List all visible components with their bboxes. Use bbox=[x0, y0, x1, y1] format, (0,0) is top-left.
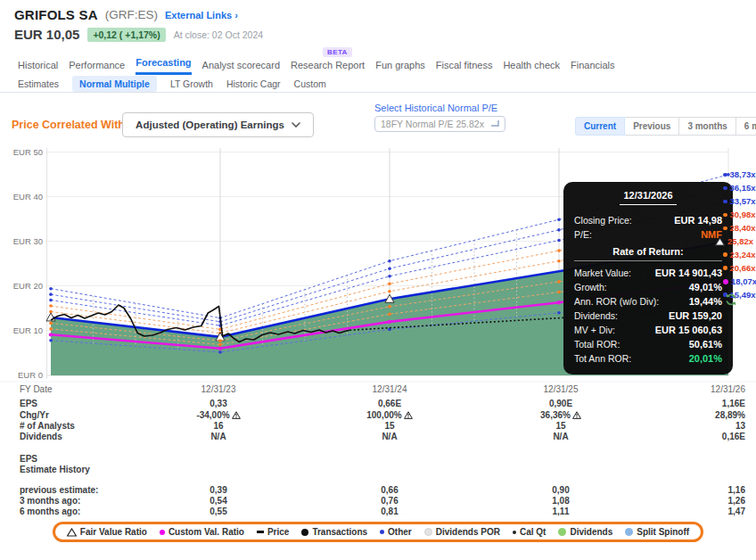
tooltip-row-value: EUR 14 901,43 bbox=[655, 268, 722, 278]
cell-3: 0,90E bbox=[494, 399, 628, 408]
pe-multiple-text: 36,15x bbox=[730, 183, 756, 193]
tooltip-row: Market Value:EUR 14 901,43 bbox=[563, 266, 733, 280]
period-button-6-months[interactable]: 6 months bbox=[736, 117, 756, 136]
tab-forecasting[interactable]: Forecasting bbox=[136, 57, 191, 75]
period-button-previous[interactable]: Previous bbox=[625, 117, 679, 136]
legend-label: Fair Value Ratio bbox=[80, 527, 147, 537]
cell-4: 1,16 bbox=[612, 485, 745, 495]
external-links-link[interactable]: External Links › bbox=[165, 10, 238, 21]
table-row-dividends: DividendsN/AN/AN/A0,16E bbox=[0, 432, 756, 443]
legend-item-price: Price bbox=[257, 527, 289, 537]
svg-text:EUR 30: EUR 30 bbox=[13, 236, 43, 246]
tooltip-row-value: 19,44% bbox=[689, 296, 722, 307]
transactions-dot-icon bbox=[301, 529, 308, 536]
cell-3: 36,36% bbox=[494, 410, 628, 420]
tab-analyst-scorecard[interactable]: Analyst scorecard bbox=[202, 60, 280, 75]
custom-ratio-dot bbox=[723, 279, 728, 284]
multiple-dot bbox=[723, 173, 727, 177]
tab-performance[interactable]: Performance bbox=[69, 60, 125, 75]
subtab-lt-growth[interactable]: LT Growth bbox=[170, 78, 213, 89]
multiple-dot bbox=[723, 186, 727, 191]
table-row-eps: EPS0,330,66E0,90E1,16E bbox=[0, 399, 756, 410]
cell-2: 0,66E bbox=[323, 399, 456, 408]
custom-val-ratio-dot-icon bbox=[160, 530, 165, 535]
tooltip-row-value: EUR 14,98 bbox=[674, 215, 722, 226]
tab-fun-graphs[interactable]: Fun graphs bbox=[375, 60, 425, 75]
normal-pe-input[interactable] bbox=[374, 116, 505, 132]
pe-multiple-label-33.57: 33,57x bbox=[723, 196, 756, 206]
period-button-3-months[interactable]: 3 months bbox=[679, 117, 735, 136]
tooltip-row-label: Tot Ann ROR: bbox=[574, 353, 631, 364]
multiple-dot bbox=[723, 200, 727, 204]
cell-1: N/A bbox=[152, 432, 285, 441]
legend-item-custom-val-ratio: Custom Val. Ratio bbox=[160, 527, 244, 537]
cell-1: 0,39 bbox=[152, 485, 285, 495]
legend-item-other: Other bbox=[380, 527, 412, 537]
row-label: Dividends bbox=[20, 432, 62, 441]
split-spinoff-dot-icon bbox=[625, 528, 633, 536]
tooltip-row: Total ROR:50,61% bbox=[563, 337, 733, 351]
beta-badge: BETA bbox=[323, 47, 352, 57]
forecast-endpoint-dot bbox=[727, 305, 733, 311]
pe-multiple-text: 23,24x bbox=[730, 250, 756, 259]
tooltip-row-value: EUR 159,20 bbox=[669, 310, 722, 321]
cell-4: 13 bbox=[612, 421, 745, 431]
svg-text:EUR 0: EUR 0 bbox=[18, 370, 43, 380]
tooltip-row: MV + Div:EUR 15 060,63 bbox=[563, 323, 733, 337]
tooltip-row-value: 20,01% bbox=[689, 353, 722, 364]
tab-historical[interactable]: Historical bbox=[18, 60, 58, 75]
tab-fiscal-fitness[interactable]: Fiscal fitness bbox=[436, 60, 493, 75]
tooltip-row: Dividends:EUR 159,20 bbox=[563, 309, 733, 323]
cell-3: 0,90 bbox=[494, 485, 628, 495]
cell-1: -34,00% bbox=[152, 410, 285, 420]
multiple-dot bbox=[723, 213, 727, 218]
pe-multiple-label-20.66: 20,66x bbox=[723, 263, 756, 273]
estimate-history-title-2: Estimate History bbox=[0, 465, 756, 476]
pe-multiple-text: 30,98x bbox=[730, 210, 756, 219]
svg-text:EUR 10: EUR 10 bbox=[13, 325, 43, 335]
cell-2: N/A bbox=[323, 432, 456, 441]
tab-health-check[interactable]: Health check bbox=[503, 60, 560, 75]
pe-multiple-label-36.15: 36,15x bbox=[723, 183, 756, 193]
legend-item-fair-value-ratio: Fair Value Ratio bbox=[67, 527, 147, 537]
tooltip-row-value: EUR 15 060,63 bbox=[655, 325, 722, 335]
row-label: Estimate History bbox=[20, 465, 90, 474]
cal-qt-dot-icon bbox=[513, 531, 516, 534]
earnings-type-dropdown[interactable]: Adjusted (Operating) Earnings bbox=[122, 112, 314, 137]
pe-multiple-label-18.07: 18,07x bbox=[723, 276, 756, 286]
tooltip-row: P/E:NMF bbox=[563, 227, 733, 242]
tooltip-row-label: Closing Price: bbox=[574, 215, 632, 226]
cell-2: 100,00% bbox=[323, 410, 456, 420]
subtab-estimates[interactable]: Estimates bbox=[18, 78, 59, 89]
company-name: GRIFOLS SA bbox=[14, 7, 98, 22]
select-normal-pe-label: Select Historical Normal P/E bbox=[374, 103, 497, 113]
tooltip-row: Closing Price:EUR 14,98 bbox=[563, 213, 733, 227]
cell-4: 28,89% bbox=[612, 410, 745, 420]
price-correlated-label: Price Correlated With bbox=[12, 119, 125, 131]
tooltip-row: Tot Ann ROR:20,01% bbox=[563, 351, 733, 366]
row-label: FY Date bbox=[20, 384, 53, 394]
subtab-normal-multiple[interactable]: Normal Multiple bbox=[72, 76, 157, 92]
tab-financials[interactable]: Financials bbox=[571, 60, 615, 75]
svg-text:EUR 50: EUR 50 bbox=[13, 147, 43, 157]
tooltip-row-label: Market Value: bbox=[574, 268, 631, 278]
tooltip-row: Growth:49,01% bbox=[563, 280, 733, 294]
period-button-current[interactable]: Current bbox=[575, 117, 625, 136]
tab-research-report[interactable]: Research Report bbox=[291, 60, 365, 75]
fy-date-row: FY Date12/31/2312/31/2412/31/2512/31/26 bbox=[0, 384, 756, 396]
tooltip-divider bbox=[574, 260, 722, 261]
multiple-dot bbox=[723, 226, 727, 231]
legend-label: Split Spinoff bbox=[637, 527, 689, 537]
period-toggle-group: CurrentPrevious3 months6 months bbox=[575, 117, 756, 136]
dividends-dot-icon bbox=[558, 528, 566, 536]
header-divider bbox=[0, 92, 756, 93]
tooltip-row-value: 50,61% bbox=[689, 339, 722, 350]
pe-multiple-text: 38,73x bbox=[730, 169, 756, 179]
cell-2: 12/31/24 bbox=[323, 384, 456, 394]
legend-label: Transactions bbox=[312, 527, 367, 537]
forecasting-subtabs: EstimatesNormal MultipleLT GrowthHistori… bbox=[18, 76, 326, 92]
subtab-custom[interactable]: Custom bbox=[294, 78, 326, 89]
row-label: 6 months ago: bbox=[20, 506, 80, 516]
row-label: Chg/Yr bbox=[20, 410, 49, 420]
subtab-historic-cagr[interactable]: Historic Cagr bbox=[226, 78, 281, 89]
